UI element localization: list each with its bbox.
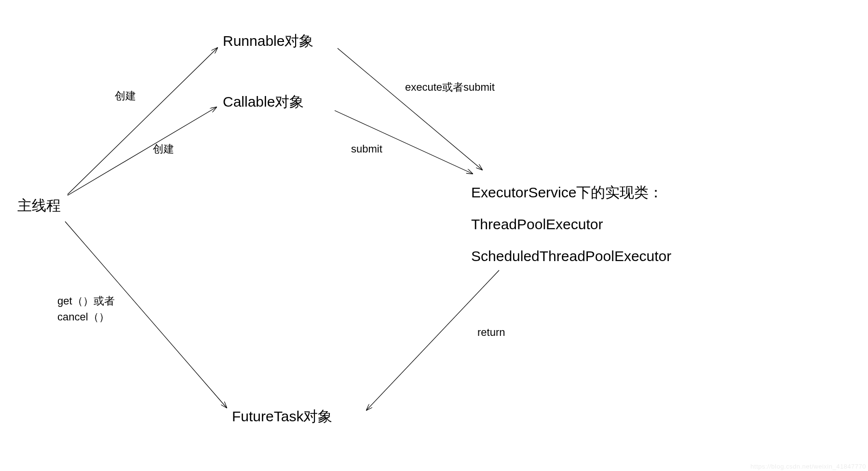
- label-return: return: [477, 324, 505, 340]
- node-futuretask: FutureTask对象: [232, 405, 332, 427]
- node-runnable: Runnable对象: [223, 30, 313, 52]
- node-executor-line1: ExecutorService下的实现类：: [471, 181, 663, 203]
- label-create-1: 创建: [115, 88, 136, 104]
- node-executor-line2: ThreadPoolExecutor: [471, 213, 603, 235]
- arrow-executor-to-futuretask: [366, 270, 499, 410]
- label-create-2: 创建: [153, 141, 174, 157]
- arrow-main-to-runnable: [68, 48, 217, 194]
- diagram-arrows: [0, 0, 868, 471]
- label-execute-or-submit: execute或者submit: [405, 79, 495, 95]
- node-main-thread: 主线程: [17, 194, 61, 216]
- watermark-text: https://blog.csdn.net/weixin_41847770: [750, 463, 866, 470]
- node-callable: Callable对象: [223, 91, 304, 112]
- label-submit: submit: [351, 141, 382, 157]
- arrow-main-to-callable: [68, 107, 217, 195]
- node-executor-line3: ScheduledThreadPoolExecutor: [471, 245, 671, 267]
- label-get-cancel: get（）或者 cancel（）: [57, 293, 115, 325]
